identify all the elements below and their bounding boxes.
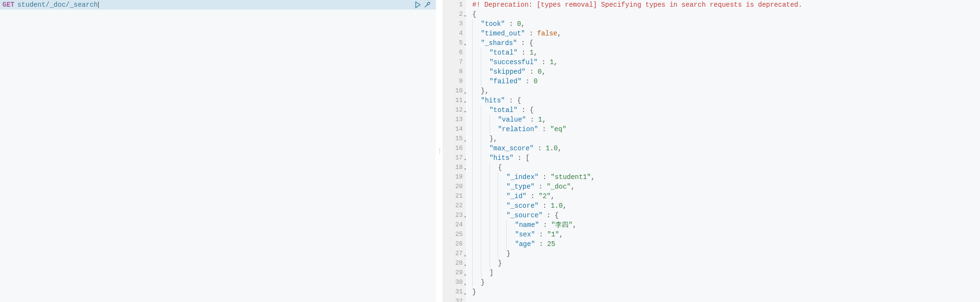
gutter-line[interactable]: 18 — [443, 163, 466, 172]
gutter-line: 1 — [443, 0, 466, 10]
request-path: student/_doc/_search — [14, 0, 98, 10]
wrench-icon — [423, 1, 431, 9]
gutter-line: 16 — [443, 144, 466, 153]
gutter-line: 7 — [443, 57, 466, 67]
code-line: "_index" : "student1", — [472, 172, 980, 182]
dev-console: GET student/_doc/_search ⋮ 1234567891011… — [0, 0, 980, 302]
response-viewer-panel: 1234567891011121314151617181920212223242… — [443, 0, 980, 302]
code-line: "_type" : "_doc", — [472, 182, 980, 191]
request-editor-panel[interactable]: GET student/_doc/_search — [0, 0, 436, 302]
code-line: #! Deprecation: [types removal] Specifyi… — [472, 0, 980, 10]
code-line: "skipped" : 0, — [472, 67, 980, 77]
response-code-body[interactable]: #! Deprecation: [types removal] Specifyi… — [466, 0, 980, 302]
code-line: "_source" : { — [472, 211, 980, 220]
code-line — [472, 297, 980, 302]
gutter-line[interactable]: 31 — [443, 287, 466, 297]
code-line: } — [472, 249, 980, 258]
gutter-line: 4 — [443, 29, 466, 38]
http-method: GET — [2, 0, 14, 10]
code-line: "hits" : [ — [472, 153, 980, 163]
gutter-line: 25 — [443, 230, 466, 239]
svg-marker-0 — [416, 2, 420, 8]
gutter-line[interactable]: 23 — [443, 211, 466, 220]
play-button[interactable] — [414, 1, 422, 9]
gutter-line[interactable]: 5 — [443, 38, 466, 48]
editor-empty-area[interactable] — [0, 10, 436, 302]
code-line: "total" : 1, — [472, 48, 980, 57]
gutter-line[interactable]: 30 — [443, 278, 466, 287]
code-line: "age" : 25 — [472, 239, 980, 249]
gutter-line: 9 — [443, 77, 466, 86]
wrench-button[interactable] — [423, 1, 431, 9]
code-line: "total" : { — [472, 105, 980, 115]
code-line: "hits" : { — [472, 96, 980, 105]
pane-splitter[interactable]: ⋮ — [436, 0, 443, 302]
gutter-line[interactable]: 10 — [443, 86, 466, 96]
gutter-line: 26 — [443, 239, 466, 249]
code-line: "successful" : 1, — [472, 57, 980, 67]
code-line: "name" : "李四", — [472, 220, 980, 230]
code-line: "failed" : 0 — [472, 77, 980, 86]
code-line: } — [472, 287, 980, 297]
gutter-line[interactable]: 12 — [443, 105, 466, 115]
gutter-line: 24 — [443, 220, 466, 230]
response-line-gutter: 1234567891011121314151617181920212223242… — [443, 0, 466, 302]
code-line: }, — [472, 86, 980, 96]
gutter-line[interactable]: 15 — [443, 134, 466, 144]
gutter-line: 14 — [443, 124, 466, 134]
gutter-line[interactable]: 17 — [443, 153, 466, 163]
gutter-line[interactable]: 27 — [443, 249, 466, 258]
gutter-line: 20 — [443, 182, 466, 191]
gutter-line: 32 — [443, 297, 466, 302]
code-line: ] — [472, 268, 980, 278]
gutter-line: 13 — [443, 115, 466, 124]
code-line: "sex" : "1", — [472, 230, 980, 239]
code-line: "timed_out" : false, — [472, 29, 980, 38]
request-line[interactable]: GET student/_doc/_search — [0, 0, 436, 10]
play-icon — [414, 1, 422, 9]
gutter-line: 3 — [443, 19, 466, 29]
code-line: "value" : 1, — [472, 115, 980, 124]
code-line: }, — [472, 134, 980, 144]
code-line: } — [472, 258, 980, 268]
code-line: "_score" : 1.0, — [472, 201, 980, 211]
gutter-line[interactable]: 2 — [443, 10, 466, 19]
gutter-line[interactable]: 11 — [443, 96, 466, 105]
gutter-line[interactable]: 28 — [443, 258, 466, 268]
gutter-line[interactable]: 29 — [443, 268, 466, 278]
gutter-line: 19 — [443, 172, 466, 182]
code-line: "_id" : "2", — [472, 191, 980, 201]
code-line: "took" : 0, — [472, 19, 980, 29]
code-line: "_shards" : { — [472, 38, 980, 48]
code-line: "relation" : "eq" — [472, 124, 980, 134]
request-action-buttons — [414, 0, 431, 10]
gutter-line: 6 — [443, 48, 466, 57]
code-line: { — [472, 10, 980, 19]
code-line: "max_score" : 1.0, — [472, 144, 980, 153]
gutter-line: 21 — [443, 191, 466, 201]
gutter-line: 22 — [443, 201, 466, 211]
text-cursor — [98, 1, 99, 8]
gutter-line: 8 — [443, 67, 466, 77]
code-line: { — [472, 163, 980, 172]
code-line: } — [472, 278, 980, 287]
